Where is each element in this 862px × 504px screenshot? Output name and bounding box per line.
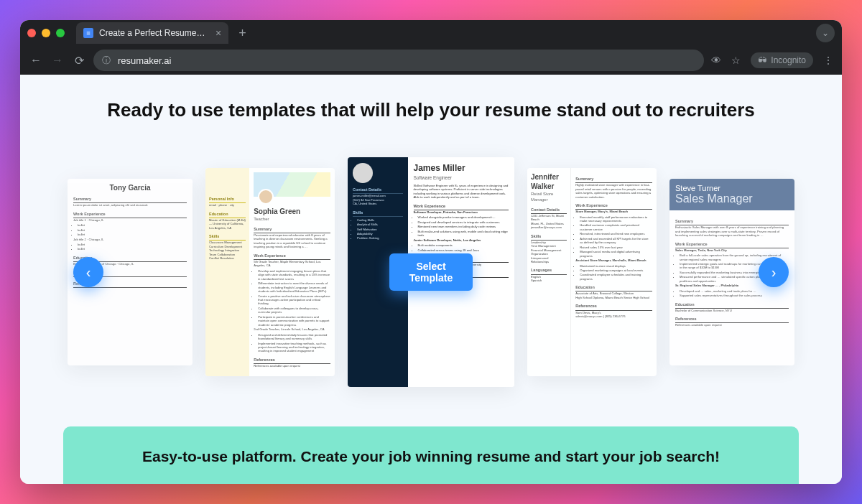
resume-section-heading: Education (209, 212, 246, 218)
incognito-indicator[interactable]: 🕶 Incognito (751, 52, 813, 68)
resume-ref: References available upon request (675, 323, 789, 327)
resume-section-heading: Work Experience (675, 242, 789, 248)
select-template-button[interactable]: Select Template (389, 253, 473, 291)
resume-edu: Bachelor of Communication Science, NYU (675, 309, 789, 312)
nav-forward-icon[interactable]: → (50, 54, 65, 67)
resume-section-heading: Contact Details (531, 207, 567, 214)
resume-section-heading: Languages (531, 268, 567, 274)
resume-job: Junior Software Developer, Nettix, Los A… (414, 238, 509, 242)
resume-job: Store Manager, Macy's, Miami Beach (575, 210, 652, 213)
site-info-icon[interactable]: ⓘ (102, 55, 111, 67)
resume-job: 2nd Grade Teacher, Lincoln School, Los A… (254, 327, 330, 331)
resume-bullet: Recruited, interviewed and hired new emp… (580, 232, 652, 235)
browser-menu-icon[interactable]: ⋮ (823, 55, 833, 66)
resume-section-heading: Work Experience (254, 253, 330, 260)
resume-section-heading: Summary (73, 197, 187, 203)
resume-title: Retail Store Manager (531, 192, 567, 203)
resume-section-heading: Work Experience (73, 212, 187, 218)
template-card-featured[interactable]: Contact Details james.miller@email.com (… (348, 157, 514, 387)
resume-name: Sophia Green (254, 207, 330, 216)
resume-bullet: Raised sales 15% over last year (580, 246, 652, 249)
resume-section-heading: Work Experience (414, 204, 509, 210)
resume-section-heading: Summary (675, 219, 789, 225)
resume-summary: Enthusiastic Sales Manager with over 8 y… (675, 225, 789, 237)
window-minimize-button[interactable] (42, 29, 50, 37)
carousel-prev-button[interactable]: ‹ (73, 257, 103, 287)
resume-job: Sales Manager, Tesla, New York City (675, 248, 789, 252)
resume-section-heading: Work Experience (575, 203, 652, 210)
resume-job: Software Developer, Fintecha, San Franci… (414, 210, 509, 214)
chevron-left-icon: ‹ (86, 264, 91, 281)
resume-skill: Classroom Management (209, 241, 246, 244)
new-tab-button[interactable]: + (234, 26, 251, 41)
nav-back-icon[interactable]: ← (29, 54, 43, 67)
resume-bullet: Worked alongside product managers and de… (418, 215, 509, 219)
tab-title: Create a Perfect Resume | Fr… (99, 28, 207, 38)
avatar (258, 189, 274, 205)
resume-language: Spanish (531, 279, 567, 282)
page-viewport: Ready to use templates that will help yo… (20, 75, 842, 484)
resume-contact: jenwalker@macys.com (531, 225, 567, 229)
resume-section-heading: Skills (209, 234, 246, 241)
resume-bullet: Mentored new team members including dail… (418, 225, 509, 228)
resume-section-heading: Personal Info (209, 197, 246, 203)
nav-reload-icon[interactable]: ⟳ (72, 54, 86, 67)
resume-bullet: Executed monthly staff performance evalu… (580, 215, 652, 223)
resume-section-heading: Skills (531, 234, 567, 241)
tab-close-icon[interactable]: × (216, 27, 221, 39)
resume-edu: Master of Education (M.Ed) — University … (209, 218, 246, 230)
resume-name: Tony Garcia (73, 183, 187, 192)
resume-skill: Coding Skills (357, 218, 403, 222)
omnibox[interactable]: ⓘ resumaker.ai (93, 50, 704, 71)
resume-skill: Analytical Skills (357, 223, 403, 226)
window-close-button[interactable] (27, 29, 36, 37)
window-maximize-button[interactable] (56, 29, 65, 37)
resume-skill: Interpersonal Relationships (531, 256, 567, 264)
resume-section-heading: Contact Details (353, 187, 403, 194)
resume-section-heading: References (254, 358, 330, 364)
incognito-icon: 🕶 (758, 55, 766, 65)
resume-job: Job title 1 · Chicago, IL (73, 218, 187, 222)
carousel-next-button[interactable]: › (759, 257, 789, 287)
resume-name: Jennifer Walker (531, 172, 567, 191)
resume-bullet: Collaborated across teams using JS and J… (418, 248, 509, 252)
template-card[interactable]: Personal Info email · phone · city Educa… (205, 168, 335, 376)
resume-section-heading: Education (675, 302, 789, 309)
browser-tab[interactable]: ≡ Create a Perfect Resume | Fr… × (76, 22, 228, 44)
toolbar: ← → ⟳ ⓘ resumaker.ai 👁︎ ☆ 🕶 Incognito ⋮ (20, 46, 842, 75)
resume-bullet: Organized marketing campaigns at local e… (580, 269, 652, 272)
tracking-blocked-icon[interactable]: 👁︎ (711, 55, 721, 66)
tabstrip: ≡ Create a Perfect Resume | Fr… × + ⌄ (20, 20, 842, 46)
resume-job: Job title 2 · Chicago, IL (73, 238, 187, 241)
resume-bullet: Maintained in-store visual displays (580, 264, 652, 268)
resume-title: Teacher (254, 217, 330, 223)
resume-section-heading: Skills (353, 210, 403, 217)
resume-name: Steve Turner (675, 184, 789, 192)
resume-ref: References available upon request (254, 364, 330, 368)
resume-contact: CA, United States (353, 202, 403, 205)
resume-bullet: Managed social media and digital adverti… (580, 250, 652, 258)
template-card[interactable]: Jennifer Walker Retail Store Manager Con… (527, 168, 657, 376)
tab-search-button[interactable]: ⌄ (816, 24, 835, 42)
resume-summary: Highly motivated store manager with expe… (575, 183, 652, 199)
resume-bullet: Handled customer complaints and prioriti… (580, 223, 652, 231)
page-heading: Ready to use templates that will help yo… (20, 99, 842, 121)
resume-summary: Skilled Software Engineer with 8+ years … (414, 184, 509, 200)
resume-bullet: Designed and developed services to integ… (418, 220, 509, 224)
resume-section-heading: References (675, 317, 789, 323)
bookmark-star-icon[interactable]: ☆ (731, 55, 741, 66)
resume-title: Software Engineer (414, 175, 509, 181)
incognito-label: Incognito (771, 55, 806, 65)
resume-bullet: Built end-to-end solutions using web, mo… (418, 230, 509, 238)
resume-bullet: Achieved and exceeded all KPI targets fo… (580, 237, 652, 245)
resume-bullet: Supported sales representatives througho… (680, 294, 789, 297)
resume-skill: Conflict Resolution (209, 256, 246, 260)
resume-section-heading: Summary (254, 227, 330, 233)
resume-contact: 1201 Jefferson St, Miami Beach (531, 214, 567, 222)
favicon-icon: ≡ (83, 28, 93, 38)
resume-section-heading: Education (575, 285, 652, 291)
resume-job: Assistant Store Manager, Marshalls, Miam… (575, 258, 652, 262)
url-text: resumaker.ai (118, 55, 171, 66)
resume-job: 5th Grade Teacher, Maple Elementary Scho… (254, 260, 330, 268)
resume-section-heading: Summary (575, 177, 652, 183)
